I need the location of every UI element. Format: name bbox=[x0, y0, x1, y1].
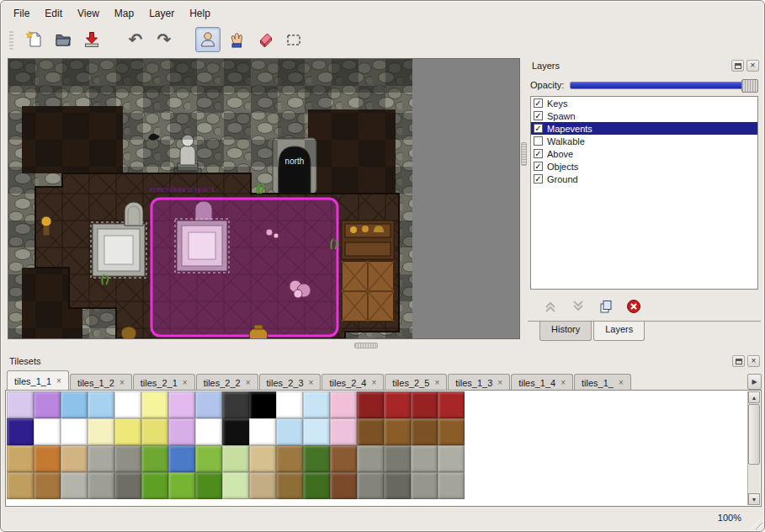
tileset-tile[interactable] bbox=[222, 391, 249, 418]
tab-close-icon[interactable]: × bbox=[372, 378, 377, 387]
tileset-tile[interactable] bbox=[249, 391, 276, 418]
tileset-tile[interactable] bbox=[34, 391, 61, 418]
tileset-tile[interactable] bbox=[330, 445, 357, 472]
tileset-tab-tiles_2_4[interactable]: tiles_2_4× bbox=[321, 374, 384, 391]
tileset-tile[interactable] bbox=[168, 418, 195, 445]
scroll-up-button[interactable]: ▲ bbox=[748, 391, 760, 403]
tileset-tile[interactable] bbox=[141, 391, 168, 418]
tileset-tile[interactable] bbox=[114, 472, 141, 499]
tileset-tile[interactable] bbox=[88, 391, 114, 418]
tab-close-icon[interactable]: × bbox=[434, 378, 439, 387]
tileset-tile[interactable] bbox=[330, 472, 357, 499]
tileset-tile[interactable] bbox=[303, 391, 330, 418]
tileset-tile[interactable] bbox=[249, 472, 276, 499]
scroll-down-button[interactable]: ▼ bbox=[748, 493, 760, 505]
tileset-tile[interactable] bbox=[303, 418, 330, 445]
brush-tool-button[interactable] bbox=[224, 27, 249, 52]
lower-layer-button[interactable] bbox=[568, 296, 588, 317]
tileset-tile[interactable] bbox=[7, 445, 34, 472]
save-button[interactable] bbox=[79, 27, 104, 52]
tilesets-dock-titlebar[interactable]: Tilesets × bbox=[5, 354, 762, 369]
tileset-tile[interactable] bbox=[141, 472, 168, 499]
tab-close-icon[interactable]: × bbox=[309, 378, 314, 387]
layer-row-above[interactable]: ✓Above bbox=[531, 147, 757, 160]
scrollbar-thumb[interactable] bbox=[748, 404, 760, 465]
splitter-grip[interactable] bbox=[521, 142, 527, 166]
tab-close-icon[interactable]: × bbox=[183, 378, 188, 387]
layer-visibility-checkbox[interactable]: ✓ bbox=[534, 124, 543, 133]
tileset-tile[interactable] bbox=[276, 418, 303, 445]
menu-item-layer[interactable]: Layer bbox=[141, 5, 182, 22]
tileset-scrollbar[interactable]: ▲ ▼ bbox=[747, 391, 760, 505]
tab-close-icon[interactable]: × bbox=[619, 378, 624, 387]
layer-visibility-checkbox[interactable]: ✓ bbox=[534, 162, 543, 171]
menu-item-help[interactable]: Help bbox=[182, 5, 218, 22]
tileset-tab-tiles_1_[interactable]: tiles_1_× bbox=[574, 374, 631, 391]
tileset-tile[interactable] bbox=[61, 472, 88, 499]
menu-item-edit[interactable]: Edit bbox=[37, 5, 70, 22]
layer-visibility-checkbox[interactable]: ✓ bbox=[534, 98, 543, 108]
close-dock-button[interactable]: × bbox=[747, 355, 760, 367]
tileset-tile[interactable] bbox=[168, 472, 195, 499]
tileset-tile[interactable] bbox=[330, 418, 357, 445]
tileset-tile[interactable] bbox=[168, 391, 195, 418]
tileset-tile[interactable] bbox=[276, 472, 303, 499]
eraser-tool-button[interactable] bbox=[252, 27, 278, 52]
tab-close-icon[interactable]: × bbox=[246, 378, 251, 387]
layers-dock-titlebar[interactable]: Layers × bbox=[528, 58, 761, 73]
tileset-tile[interactable] bbox=[114, 445, 141, 472]
tileset-tile[interactable] bbox=[195, 418, 222, 445]
tileset-tile[interactable] bbox=[61, 391, 88, 418]
tileset-tile[interactable] bbox=[357, 418, 384, 445]
tileset-tile[interactable] bbox=[384, 418, 411, 445]
tileset-tile[interactable] bbox=[276, 445, 303, 472]
tileset-tile[interactable] bbox=[222, 472, 249, 499]
tileset-tab-tiles_2_5[interactable]: tiles_2_5× bbox=[385, 374, 447, 391]
delete-layer-button[interactable] bbox=[624, 296, 644, 317]
tileset-tile[interactable] bbox=[141, 418, 168, 445]
tileset-tile[interactable] bbox=[249, 445, 276, 472]
tileset-tile[interactable] bbox=[141, 445, 168, 472]
layer-row-objects[interactable]: ✓Objects bbox=[531, 160, 757, 173]
duplicate-layer-button[interactable] bbox=[596, 296, 616, 317]
tileset-tile[interactable] bbox=[61, 445, 88, 472]
tileset-tile[interactable] bbox=[303, 472, 330, 499]
scroll-tabs-right-button[interactable]: ▶ bbox=[747, 374, 762, 390]
tileset-tile[interactable] bbox=[7, 391, 34, 418]
tileset-tile[interactable] bbox=[7, 472, 34, 499]
toolbar-drag-handle[interactable] bbox=[9, 29, 13, 50]
tileset-tile[interactable] bbox=[249, 418, 276, 445]
layer-row-spawn[interactable]: ✓Spawn bbox=[531, 109, 757, 122]
tileset-tile[interactable] bbox=[303, 445, 330, 472]
menu-item-view[interactable]: View bbox=[70, 5, 107, 22]
tileset-tile[interactable] bbox=[61, 418, 88, 445]
tileset-tile[interactable] bbox=[114, 418, 141, 445]
layer-row-walkable[interactable]: Walkable bbox=[531, 135, 757, 147]
float-dock-button[interactable] bbox=[731, 60, 744, 72]
redo-button[interactable]: ↷ bbox=[151, 27, 177, 52]
tileset-tile[interactable] bbox=[195, 391, 222, 418]
tileset-tile[interactable] bbox=[357, 391, 384, 418]
opacity-slider-handle[interactable] bbox=[741, 79, 758, 93]
tileset-tile[interactable] bbox=[7, 418, 34, 445]
tab-layers[interactable]: Layers bbox=[593, 322, 645, 341]
vertical-splitter[interactable] bbox=[520, 58, 528, 339]
stamp-tool-button[interactable] bbox=[195, 27, 220, 52]
undo-button[interactable]: ↶ bbox=[123, 27, 148, 52]
tileset-tile[interactable] bbox=[411, 445, 438, 472]
tileset-tile[interactable] bbox=[195, 445, 222, 472]
layer-visibility-checkbox[interactable] bbox=[534, 136, 543, 146]
layer-row-ground[interactable]: ✓Ground bbox=[531, 173, 757, 185]
map-canvas[interactable]: north caveshrine2 gate1 bbox=[8, 58, 520, 339]
tileset-tab-tiles_2_3[interactable]: tiles_2_3× bbox=[259, 374, 321, 391]
tileset-tile[interactable] bbox=[168, 445, 195, 472]
tileset-tile[interactable] bbox=[114, 391, 141, 418]
tileset-tile[interactable] bbox=[195, 472, 222, 499]
layer-row-mapevents[interactable]: ✓Mapevents bbox=[531, 122, 757, 135]
tileset-tile[interactable] bbox=[34, 472, 61, 499]
float-dock-button[interactable] bbox=[732, 355, 745, 367]
tileset-tile[interactable] bbox=[438, 445, 465, 472]
tileset-tile[interactable] bbox=[88, 418, 114, 445]
layer-visibility-checkbox[interactable]: ✓ bbox=[534, 111, 543, 120]
splitter-grip[interactable] bbox=[354, 343, 378, 348]
